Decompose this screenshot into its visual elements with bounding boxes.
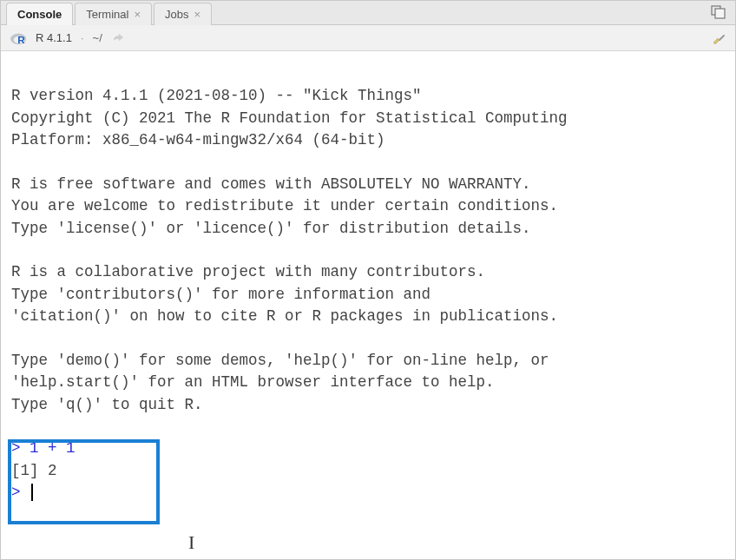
tab-label: Terminal: [86, 8, 128, 21]
prompt-symbol: >: [11, 439, 21, 457]
console-info-bar: R R 4.1.1 · ~/: [1, 25, 735, 51]
separator-dot: ·: [81, 31, 84, 44]
clear-console-icon[interactable]: [711, 30, 726, 49]
tab-label: Console: [17, 8, 62, 21]
mouse-ibeam-cursor: I: [188, 529, 194, 557]
tab-bar: Console Terminal × Jobs ×: [1, 1, 735, 25]
startup-message: R version 4.1.1 (2021-08-10) -- "Kick Th…: [11, 85, 728, 416]
share-arrow-icon[interactable]: [111, 31, 125, 45]
svg-rect-1: [715, 9, 725, 18]
console-output[interactable]: R version 4.1.1 (2021-08-10) -- "Kick Th…: [1, 51, 735, 559]
tab-terminal[interactable]: Terminal ×: [75, 3, 152, 25]
svg-line-5: [720, 36, 724, 40]
text-cursor: [31, 484, 33, 501]
r-version-label: R 4.1.1: [36, 31, 72, 44]
working-directory[interactable]: ~/: [93, 31, 102, 44]
tab-jobs[interactable]: Jobs ×: [154, 3, 212, 25]
prompt-symbol: >: [11, 484, 21, 501]
tab-label: Jobs: [165, 8, 188, 21]
tab-console[interactable]: Console: [6, 3, 73, 25]
close-icon[interactable]: ×: [134, 9, 141, 20]
close-icon[interactable]: ×: [194, 9, 200, 20]
r-logo-icon: R: [10, 30, 29, 46]
console-output-line: [1] 2: [11, 462, 57, 479]
console-history: > 1 + 1 [1] 2 >: [11, 438, 728, 504]
console-input-expr: 1 + 1: [30, 439, 76, 457]
maximize-pane-icon[interactable]: [711, 5, 726, 19]
svg-text:R: R: [17, 34, 25, 45]
